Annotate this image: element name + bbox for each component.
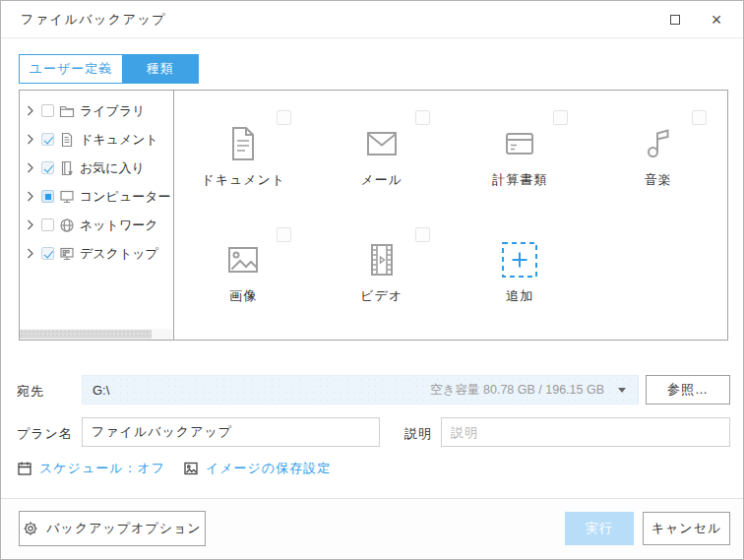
image-save-settings-label: イメージの保存設定 [206,460,331,477]
category-financial[interactable]: 計算書類 [451,94,589,222]
gear-icon [23,521,38,536]
category-label: ビデオ [313,287,452,305]
category-add[interactable]: 追加 [451,222,589,331]
image-save-icon [183,461,199,476]
close-button[interactable]: × [700,1,733,38]
window-title: ファイルバックアップ [21,1,166,38]
chevron-down-icon[interactable] [618,388,626,393]
category-images[interactable]: 画像 [174,222,313,331]
tree-item-label: ドキュメント [80,131,158,149]
horizontal-scrollbar[interactable] [20,329,172,340]
source-tree: ライブラリ ドキュメント お気に入り コンピューター [20,91,174,340]
selection-panel: ライブラリ ドキュメント お気に入り コンピューター [19,90,728,341]
browse-button[interactable]: 参照… [646,375,730,404]
expand-chevron-icon[interactable] [27,105,36,116]
category-music[interactable]: 音楽 [589,94,728,222]
checkbox-favorites[interactable] [41,161,54,174]
tree-item-library[interactable]: ライブラリ [20,96,173,125]
title-bar: ファイルバックアップ × [1,1,743,38]
category-mail[interactable]: メール [313,94,452,222]
checkbox-computer[interactable] [41,190,54,203]
tree-item-network[interactable]: ネットワーク [20,211,173,239]
schedule-link-label: スケジュール：オフ [39,460,165,477]
expand-chevron-icon[interactable] [27,162,36,173]
description-label: 説明 [404,425,432,443]
video-icon [313,240,452,280]
category-documents[interactable]: ドキュメント [174,94,313,222]
view-tabs: ユーザー定義 種類 [19,54,199,84]
category-video[interactable]: ビデオ [313,222,452,331]
description-input[interactable] [441,417,730,447]
tree-item-desktop[interactable]: デスクトップ [20,239,173,268]
category-grid: ドキュメント メール 計算書類 音 [174,91,727,340]
schedule-link[interactable]: スケジュール：オフ [17,460,165,477]
tree-item-computer[interactable]: コンピューター [20,182,173,211]
desktop-icon [59,246,75,262]
favorites-icon [59,160,75,176]
free-space-text: 空き容量 80.78 GB / 196.15 GB [430,382,604,399]
category-label: 画像 [174,287,313,305]
destination-label: 宛先 [17,383,44,401]
category-checkbox[interactable] [415,110,430,125]
close-icon: × [712,11,722,29]
image-save-settings-link[interactable]: イメージの保存設定 [183,460,331,477]
image-icon [174,240,313,280]
backup-options-button[interactable]: バックアップオプション [19,511,206,546]
file-backup-dialog: ファイルバックアップ × ユーザー定義 種類 ライブラリ ドキュメント [0,0,744,560]
destination-selector[interactable]: G:\ 空き容量 80.78 GB / 196.15 GB [82,375,639,404]
add-icon [451,240,589,280]
category-checkbox[interactable] [692,110,707,125]
horizontal-scrollbar-thumb[interactable] [20,330,152,339]
backup-options-label: バックアップオプション [46,520,201,537]
destination-value: G:\ [83,383,430,398]
tree-item-label: お気に入り [80,159,145,177]
expand-chevron-icon[interactable] [27,219,36,230]
tree-item-documents[interactable]: ドキュメント [20,125,173,154]
checkbox-documents[interactable] [41,133,54,146]
tab-type[interactable]: 種類 [122,55,198,83]
plan-name-label: プラン名 [17,425,73,443]
run-button[interactable]: 実行 [565,512,634,545]
checkbox-library[interactable] [41,104,54,117]
checkbox-desktop[interactable] [41,247,54,260]
tree-item-label: デスクトップ [80,245,158,263]
music-icon [589,124,728,163]
document-icon [59,132,75,148]
category-label: 音楽 [589,171,728,189]
expand-chevron-icon[interactable] [27,191,36,202]
footer-bar: バックアップオプション 実行 キャンセル [1,498,743,560]
computer-icon [59,189,75,205]
cancel-button[interactable]: キャンセル [643,512,730,545]
expand-chevron-icon[interactable] [27,248,36,259]
folder-icon [59,103,75,119]
category-label: ドキュメント [174,171,313,189]
category-label: 追加 [451,287,589,305]
tree-item-label: ネットワーク [80,217,158,234]
category-label: メール [313,171,452,189]
plan-name-input[interactable] [82,417,380,447]
tree-item-label: ライブラリ [80,102,146,120]
tree-item-label: コンピューター [80,188,171,206]
checkbox-network[interactable] [41,218,54,231]
category-checkbox[interactable] [277,110,291,125]
spreadsheet-icon [451,124,589,163]
calendar-icon [17,461,32,476]
network-icon [59,218,75,233]
category-label: 計算書類 [451,171,589,189]
expand-chevron-icon[interactable] [27,134,36,145]
tab-user-defined[interactable]: ユーザー定義 [20,55,122,83]
maximize-button[interactable] [658,1,692,38]
maximize-icon [670,15,680,25]
mail-icon [313,124,452,163]
tree-item-favorites[interactable]: お気に入り [20,154,173,182]
category-checkbox[interactable] [553,110,568,125]
document-icon [174,124,313,163]
